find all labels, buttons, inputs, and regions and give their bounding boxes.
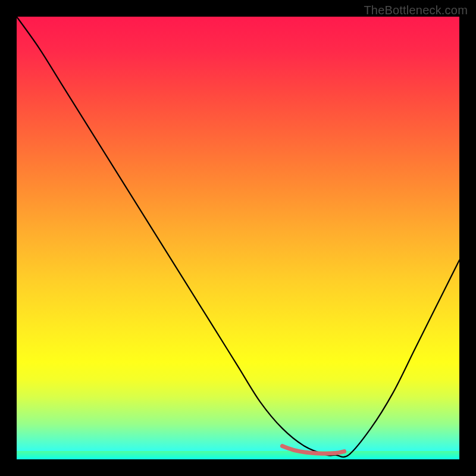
plot-area (17, 17, 459, 459)
curve-svg (17, 17, 459, 459)
bottleneck-curve (17, 17, 459, 457)
watermark-text: TheBottleneck.com (364, 4, 468, 17)
chart-frame: TheBottleneck.com (0, 0, 476, 476)
